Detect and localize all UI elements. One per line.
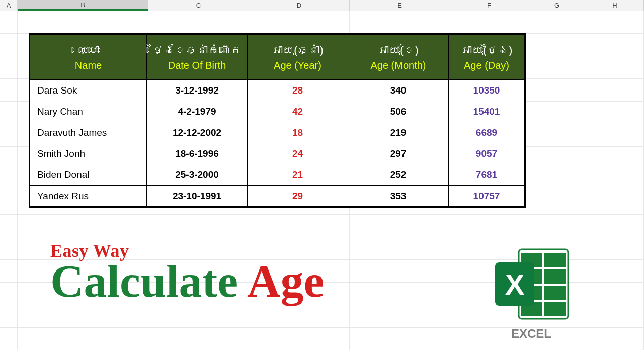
cell-day[interactable]: 7681 <box>449 164 525 186</box>
cell-year[interactable]: 29 <box>248 186 348 207</box>
title-calculate: Calculate <box>50 255 247 307</box>
th-name-khmer: ឈ្មោះ <box>35 44 141 57</box>
col-header-G[interactable]: G <box>528 0 586 11</box>
th-day-eng: Age (Day) <box>454 60 519 71</box>
cell-name[interactable]: Nary Chan <box>30 101 147 122</box>
th-month[interactable]: អាយុ(ខែ)Age (Month) <box>348 35 449 80</box>
table-row[interactable]: Nary Chan4-2-19794250615401 <box>30 101 525 122</box>
cell-month[interactable]: 219 <box>348 122 449 143</box>
cell-month[interactable]: 506 <box>348 101 449 122</box>
table-row[interactable]: Smith Jonh18-6-1996242979057 <box>30 143 525 164</box>
table-header-row: ឈ្មោះName ថ្ងៃខែឆ្នាំកំណើតDate Of Birth … <box>30 35 525 80</box>
excel-icon: X <box>491 246 572 322</box>
title-block: Easy Way Calculate Age <box>50 240 324 303</box>
col-header-B[interactable]: B <box>18 0 148 11</box>
col-header-D[interactable]: D <box>249 0 350 11</box>
cell-day[interactable]: 10350 <box>449 80 525 101</box>
th-year-khmer: អាយុ(ឆ្នាំ) <box>253 44 343 57</box>
cell-dob[interactable]: 3-12-1992 <box>147 80 248 101</box>
table-row[interactable]: Biden Donal25-3-2000212527681 <box>30 164 525 186</box>
cell-year[interactable]: 42 <box>248 101 348 122</box>
title-age: Age <box>247 255 324 307</box>
cell-year[interactable]: 24 <box>248 143 348 164</box>
th-name[interactable]: ឈ្មោះName <box>30 35 147 80</box>
svg-rect-4 <box>544 269 566 284</box>
col-header-E[interactable]: E <box>350 0 450 11</box>
cell-day[interactable]: 6689 <box>449 122 525 143</box>
cell-year[interactable]: 18 <box>248 122 348 143</box>
cell-year[interactable]: 21 <box>248 164 348 186</box>
cell-day[interactable]: 10757 <box>449 186 525 207</box>
th-dob-eng: Date Of Birth <box>152 60 242 71</box>
svg-rect-6 <box>544 286 566 300</box>
cell-month[interactable]: 353 <box>348 186 449 207</box>
cell-name[interactable]: Smith Jonh <box>30 143 147 164</box>
svg-rect-2 <box>544 253 566 267</box>
th-dob[interactable]: ថ្ងៃខែឆ្នាំកំណើតDate Of Birth <box>147 35 248 80</box>
cell-year[interactable]: 28 <box>248 80 348 101</box>
cell-name[interactable]: Dara Sok <box>30 80 147 101</box>
table-row[interactable]: Dara Sok3-12-19922834010350 <box>30 80 525 101</box>
svg-rect-8 <box>544 302 566 316</box>
cell-name[interactable]: Daravuth James <box>30 122 147 143</box>
cell-dob[interactable]: 18-6-1996 <box>147 143 248 164</box>
th-year-eng: Age (Year) <box>253 60 343 71</box>
cell-month[interactable]: 340 <box>348 80 449 101</box>
cell-name[interactable]: Yandex Rus <box>30 186 147 207</box>
cell-day[interactable]: 9057 <box>449 143 525 164</box>
th-year[interactable]: អាយុ(ឆ្នាំ)Age (Year) <box>248 35 348 80</box>
table-row[interactable]: Daravuth James12-12-2002182196689 <box>30 122 525 143</box>
excel-logo-block: X EXCEL <box>491 246 572 341</box>
cell-dob[interactable]: 12-12-2002 <box>147 122 248 143</box>
col-header-F[interactable]: F <box>450 0 528 11</box>
cell-month[interactable]: 297 <box>348 143 449 164</box>
cell-name[interactable]: Biden Donal <box>30 164 147 186</box>
th-month-khmer: អាយុ(ខែ) <box>353 44 443 57</box>
th-dob-khmer: ថ្ងៃខែឆ្នាំកំណើត <box>152 44 242 57</box>
table-row[interactable]: Yandex Rus23-10-19912935310757 <box>30 186 525 207</box>
col-header-C[interactable]: C <box>148 0 249 11</box>
th-day[interactable]: អាយុ(ថ្ងៃ)Age (Day) <box>449 35 525 80</box>
age-table: ឈ្មោះName ថ្ងៃខែឆ្នាំកំណើតDate Of Birth … <box>29 33 526 208</box>
column-headers-row: A B C D E F G H <box>0 0 644 11</box>
cell-dob[interactable]: 23-10-1991 <box>147 186 248 207</box>
col-header-A[interactable]: A <box>0 0 18 11</box>
col-header-H[interactable]: H <box>586 0 644 11</box>
th-day-khmer: អាយុ(ថ្ងៃ) <box>454 44 519 57</box>
title-big: Calculate Age <box>50 259 324 303</box>
cell-dob[interactable]: 25-3-2000 <box>147 164 248 186</box>
cell-day[interactable]: 15401 <box>449 101 525 122</box>
svg-text:X: X <box>505 268 525 301</box>
excel-label: EXCEL <box>491 327 572 341</box>
th-name-eng: Name <box>35 60 141 71</box>
cell-month[interactable]: 252 <box>348 164 449 186</box>
th-month-eng: Age (Month) <box>353 60 443 71</box>
cell-dob[interactable]: 4-2-1979 <box>147 101 248 122</box>
